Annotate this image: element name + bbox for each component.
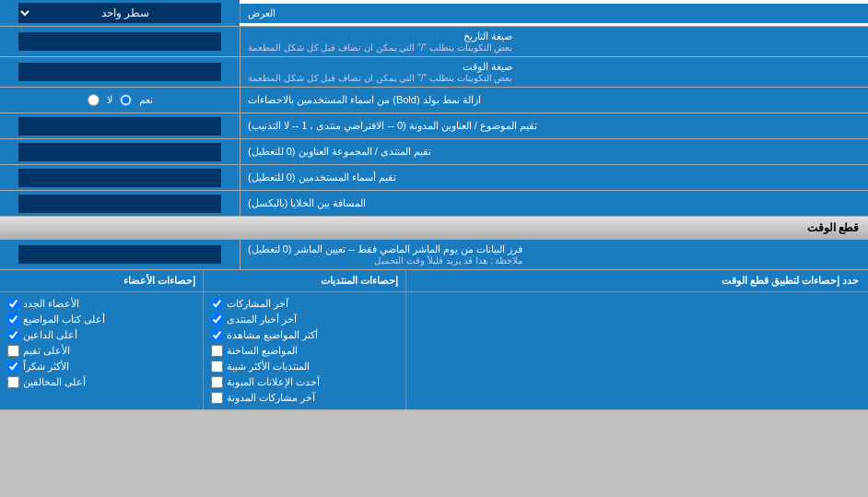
stats-col1-item-4: المنتديات الأكثر شبية xyxy=(211,359,398,374)
stats-col1-item-6: آخر مشاركات المدونة xyxy=(211,390,398,406)
time-format-input-wrapper: H:i xyxy=(0,57,240,87)
time-format-input[interactable]: H:i xyxy=(18,63,221,81)
radio-no-label: لا xyxy=(107,94,112,106)
bold-remove-input-wrapper: نعم لا xyxy=(0,88,240,112)
checkbox-col1-2[interactable] xyxy=(211,329,223,341)
stats-body: آخر المشاركات آخر أخبار المنتدى أكثر الم… xyxy=(0,292,868,409)
checkbox-col2-1[interactable] xyxy=(7,314,19,325)
forum-address-label: تقيم المنتدى / المجموعة العناوين (0 للتع… xyxy=(240,139,868,164)
user-names-label: تقيم أسماء المستخدمين (0 للتعطيل) xyxy=(240,165,868,190)
forum-address-input[interactable]: 33 xyxy=(18,143,221,161)
user-names-input-wrapper: 0 xyxy=(0,165,240,190)
time-format-row: صيغة الوقت بعض التكوينات يتطلب "/" التي … xyxy=(0,57,868,88)
topic-address-input[interactable]: 33 xyxy=(18,117,221,136)
user-names-row: تقيم أسماء المستخدمين (0 للتعطيل) 0 xyxy=(0,165,868,191)
bold-remove-label: ازالة نمط بولد (Bold) من اسماء المستخدمي… xyxy=(240,88,868,112)
stats-col2-item-5: أعلى المخالفين xyxy=(7,374,195,390)
forum-address-row: تقيم المنتدى / المجموعة العناوين (0 للتع… xyxy=(0,139,868,165)
radio-yes[interactable] xyxy=(120,94,132,106)
cell-spacing-input[interactable]: 2 xyxy=(18,195,221,213)
display-mode-select[interactable]: سطر واحد سطرين ثلاثة أسطر xyxy=(18,3,221,23)
checkbox-col1-5[interactable] xyxy=(211,376,223,388)
stats-col2-item-3: الأعلى تقيم xyxy=(7,343,195,359)
topic-address-input-wrapper: 33 xyxy=(0,113,240,138)
radio-yes-label: نعم xyxy=(139,94,153,106)
stats-col1-item-3: المواضيع الساخنة xyxy=(211,343,398,359)
stats-col1-item-0: آخر المشاركات xyxy=(211,296,398,312)
date-format-row: صيغة التاريخ بعض التكوينات يتطلب "/" الت… xyxy=(0,27,868,57)
date-format-input-wrapper: d-m xyxy=(0,27,240,56)
stats-col2: الأعضاء الجدد أعلى كتاب المواضيع أعلى ال… xyxy=(0,292,203,409)
stats-empty-area xyxy=(405,292,868,409)
stats-col2-item-1: أعلى كتاب المواضيع xyxy=(7,312,195,327)
checkbox-col1-6[interactable] xyxy=(211,392,223,404)
topic-address-row: تقيم الموضوع / العناوين المدونة (0 -- ال… xyxy=(0,113,868,139)
display-mode-row: العرض سطر واحد سطرين ثلاثة أسطر xyxy=(0,0,868,27)
display-mode-input-wrapper: سطر واحد سطرين ثلاثة أسطر xyxy=(0,0,240,26)
cutoff-days-label: فرز البيانات من يوم الماشر الماضي فقط --… xyxy=(240,240,868,269)
cutoff-days-input-wrapper: 0 xyxy=(0,240,240,269)
stats-col1-header: إحصاءات المنتديات xyxy=(203,270,405,291)
cell-spacing-row: المسافة بين الخلايا (بالبكسل) 2 xyxy=(0,191,868,217)
checkbox-col1-4[interactable] xyxy=(211,361,223,373)
stats-col2-item-0: الأعضاء الجدد xyxy=(7,296,195,312)
checkbox-col1-1[interactable] xyxy=(211,314,223,325)
date-format-input[interactable]: d-m xyxy=(18,32,221,51)
cutoff-days-input[interactable]: 0 xyxy=(18,245,221,264)
radio-no[interactable] xyxy=(88,94,100,106)
user-names-input[interactable]: 0 xyxy=(18,169,221,187)
checkbox-col1-3[interactable] xyxy=(211,345,223,357)
time-format-label: صيغة الوقت بعض التكوينات يتطلب "/" التي … xyxy=(240,57,868,87)
cutoff-days-row: فرز البيانات من يوم الماشر الماضي فقط --… xyxy=(0,240,868,270)
stats-section: حدد إحصاءات لتطبيق قطع الوقت إحصاءات الم… xyxy=(0,270,868,410)
checkbox-col1-0[interactable] xyxy=(211,298,223,310)
forum-address-input-wrapper: 33 xyxy=(0,139,240,164)
stats-col1-item-2: أكثر المواضيع مشاهدة xyxy=(211,327,398,343)
stats-col2-item-2: أعلى الداعين xyxy=(7,327,195,343)
checkbox-col2-2[interactable] xyxy=(7,329,19,341)
bold-radio-group: نعم لا xyxy=(80,90,160,110)
checkbox-col2-3[interactable] xyxy=(7,345,19,357)
cell-spacing-label: المسافة بين الخلايا (بالبكسل) xyxy=(240,191,868,216)
stats-col1: آخر المشاركات آخر أخبار المنتدى أكثر الم… xyxy=(203,292,405,409)
checkbox-col2-5[interactable] xyxy=(7,376,19,388)
cutoff-section-header: قطع الوقت xyxy=(0,217,868,240)
display-mode-label: العرض xyxy=(240,4,868,23)
checkbox-col2-0[interactable] xyxy=(7,298,19,310)
main-container: العرض سطر واحد سطرين ثلاثة أسطر صيغة الت… xyxy=(0,0,868,410)
stats-col1-item-5: أحدث الإعلانات المبوبة xyxy=(211,374,398,390)
checkbox-col2-4[interactable] xyxy=(7,361,19,373)
topic-address-label: تقيم الموضوع / العناوين المدونة (0 -- ال… xyxy=(240,113,868,138)
stats-col2-header: إحصاءات الأعضاء xyxy=(0,270,203,291)
stats-col1-item-1: آخر أخبار المنتدى xyxy=(211,312,398,327)
stats-header-row: حدد إحصاءات لتطبيق قطع الوقت إحصاءات الم… xyxy=(0,270,868,292)
date-format-label: صيغة التاريخ بعض التكوينات يتطلب "/" الت… xyxy=(240,27,868,56)
bold-remove-row: ازالة نمط بولد (Bold) من اسماء المستخدمي… xyxy=(0,88,868,113)
stats-title: حدد إحصاءات لتطبيق قطع الوقت xyxy=(405,270,868,291)
cell-spacing-input-wrapper: 2 xyxy=(0,191,240,216)
stats-col2-item-4: الأكثر شكراً xyxy=(7,359,195,374)
